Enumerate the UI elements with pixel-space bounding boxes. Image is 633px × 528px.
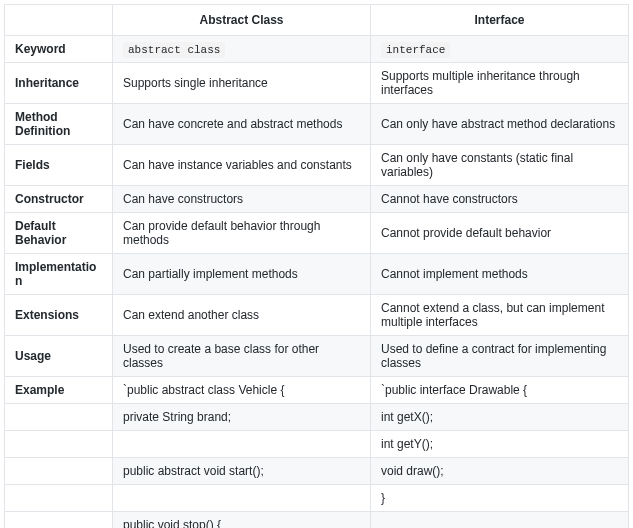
cell-abstract-class: `public abstract class Vehicle { bbox=[113, 377, 371, 404]
cell-abstract-class: Can partially implement methods bbox=[113, 254, 371, 295]
row-label: Method Definition bbox=[5, 104, 113, 145]
table-row: InheritanceSupports single inheritanceSu… bbox=[5, 63, 629, 104]
table-row: Method DefinitionCan have concrete and a… bbox=[5, 104, 629, 145]
cell-abstract-class bbox=[113, 485, 371, 512]
table-row: public abstract void start();void draw()… bbox=[5, 458, 629, 485]
code-snippet: interface bbox=[381, 42, 450, 58]
row-label bbox=[5, 512, 113, 529]
cell-interface: Cannot implement methods bbox=[371, 254, 629, 295]
row-label: Keyword bbox=[5, 36, 113, 63]
row-label: Extensions bbox=[5, 295, 113, 336]
cell-abstract-class: public void stop() { bbox=[113, 512, 371, 529]
cell-abstract-class: Can have concrete and abstract methods bbox=[113, 104, 371, 145]
row-label bbox=[5, 431, 113, 458]
cell-abstract-class: Used to create a base class for other cl… bbox=[113, 336, 371, 377]
table-row: ImplementationCan partially implement me… bbox=[5, 254, 629, 295]
row-label: Constructor bbox=[5, 186, 113, 213]
cell-abstract-class: Can have constructors bbox=[113, 186, 371, 213]
table-row: private String brand;int getX(); bbox=[5, 404, 629, 431]
row-label bbox=[5, 404, 113, 431]
cell-interface: Cannot provide default behavior bbox=[371, 213, 629, 254]
table-row: Example`public abstract class Vehicle {`… bbox=[5, 377, 629, 404]
table-row: UsageUsed to create a base class for oth… bbox=[5, 336, 629, 377]
row-label: Default Behavior bbox=[5, 213, 113, 254]
cell-interface: Supports multiple inheritance through in… bbox=[371, 63, 629, 104]
cell-interface: Can only have constants (static final va… bbox=[371, 145, 629, 186]
header-abstract-class: Abstract Class bbox=[113, 5, 371, 36]
cell-interface: interface bbox=[371, 36, 629, 63]
cell-abstract-class: private String brand; bbox=[113, 404, 371, 431]
table-row: } bbox=[5, 485, 629, 512]
table-row: ConstructorCan have constructorsCannot h… bbox=[5, 186, 629, 213]
code-snippet: abstract class bbox=[123, 42, 225, 58]
table-row: ExtensionsCan extend another classCannot… bbox=[5, 295, 629, 336]
row-label: Fields bbox=[5, 145, 113, 186]
cell-interface: int getY(); bbox=[371, 431, 629, 458]
row-label: Inheritance bbox=[5, 63, 113, 104]
table-row: FieldsCan have instance variables and co… bbox=[5, 145, 629, 186]
cell-interface: void draw(); bbox=[371, 458, 629, 485]
cell-interface: } bbox=[371, 485, 629, 512]
table-row: public void stop() { bbox=[5, 512, 629, 529]
cell-abstract-class: Can extend another class bbox=[113, 295, 371, 336]
row-label bbox=[5, 458, 113, 485]
cell-abstract-class: Can have instance variables and constant… bbox=[113, 145, 371, 186]
cell-abstract-class: public abstract void start(); bbox=[113, 458, 371, 485]
comparison-table: Abstract Class Interface Keywordabstract… bbox=[4, 4, 629, 528]
cell-interface: Used to define a contract for implementi… bbox=[371, 336, 629, 377]
cell-interface: int getX(); bbox=[371, 404, 629, 431]
table-row: Keywordabstract classinterface bbox=[5, 36, 629, 63]
row-label bbox=[5, 485, 113, 512]
cell-abstract-class: Supports single inheritance bbox=[113, 63, 371, 104]
cell-interface: Can only have abstract method declaratio… bbox=[371, 104, 629, 145]
row-label: Usage bbox=[5, 336, 113, 377]
header-blank bbox=[5, 5, 113, 36]
cell-abstract-class: abstract class bbox=[113, 36, 371, 63]
header-interface: Interface bbox=[371, 5, 629, 36]
cell-abstract-class bbox=[113, 431, 371, 458]
cell-abstract-class: Can provide default behavior through met… bbox=[113, 213, 371, 254]
cell-interface: Cannot have constructors bbox=[371, 186, 629, 213]
cell-interface bbox=[371, 512, 629, 529]
table-row: int getY(); bbox=[5, 431, 629, 458]
row-label: Example bbox=[5, 377, 113, 404]
table-row: Default BehaviorCan provide default beha… bbox=[5, 213, 629, 254]
cell-interface: `public interface Drawable { bbox=[371, 377, 629, 404]
row-label: Implementation bbox=[5, 254, 113, 295]
table-header-row: Abstract Class Interface bbox=[5, 5, 629, 36]
cell-interface: Cannot extend a class, but can implement… bbox=[371, 295, 629, 336]
